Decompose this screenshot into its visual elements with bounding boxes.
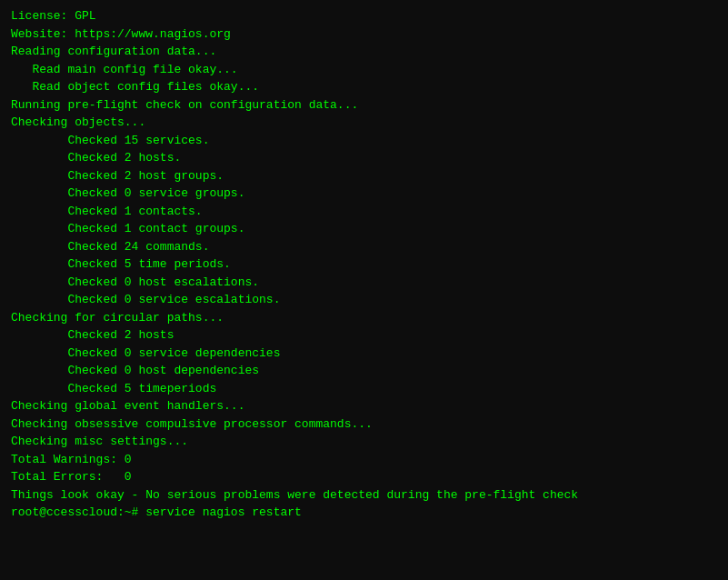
terminal-line-21: Checked 2 hosts <box>11 326 717 345</box>
terminal-line-17: Checked 5 time periods. <box>11 255 717 274</box>
terminal-line-9: Checking objects... <box>11 114 717 132</box>
terminal-line-14: Checked 1 contacts. <box>11 203 717 221</box>
terminal-line-2: Website: https://www.nagios.org <box>11 25 717 44</box>
terminal-line-3: Reading configuration data... <box>11 43 717 61</box>
terminal-line-5: Read object config files okay... <box>11 78 717 96</box>
terminal-line-22: Checked 0 service dependencies <box>11 345 717 363</box>
terminal-line-13: Checked 0 service groups. <box>11 185 717 203</box>
terminal-line-25: Checking global event handlers... <box>11 397 717 415</box>
terminal-line-23: Checked 0 host dependencies <box>11 362 717 380</box>
terminal-window: License: GPLWebsite: https://www.nagios.… <box>0 0 728 580</box>
terminal-line-10: Checked 15 services. <box>11 132 717 150</box>
terminal-line-16: Checked 24 commands. <box>11 238 717 256</box>
terminal-line-20: Checking for circular paths... <box>11 309 717 327</box>
terminal-line-15: Checked 1 contact groups. <box>11 220 717 238</box>
terminal-output: License: GPLWebsite: https://www.nagios.… <box>11 7 717 522</box>
terminal-line-4: Read main config file okay... <box>11 61 717 79</box>
terminal-line-24: Checked 5 timeperiods <box>11 380 717 398</box>
terminal-line-29: Total Warnings: 0 <box>11 451 717 469</box>
terminal-line-19: Checked 0 service escalations. <box>11 291 717 309</box>
terminal-line-12: Checked 2 host groups. <box>11 167 717 185</box>
terminal-line-0: License: GPL <box>11 7 717 25</box>
terminal-line-33: root@ccesscloud:~# service nagios restar… <box>11 504 717 522</box>
terminal-line-18: Checked 0 host escalations. <box>11 274 717 292</box>
terminal-line-32: Things look okay - No serious problems w… <box>11 486 717 505</box>
terminal-line-7: Running pre-flight check on configuratio… <box>11 96 717 115</box>
terminal-line-26: Checking obsessive compulsive processor … <box>11 415 717 434</box>
terminal-line-27: Checking misc settings... <box>11 433 717 451</box>
terminal-line-11: Checked 2 hosts. <box>11 149 717 167</box>
terminal-line-30: Total Errors: 0 <box>11 468 717 486</box>
